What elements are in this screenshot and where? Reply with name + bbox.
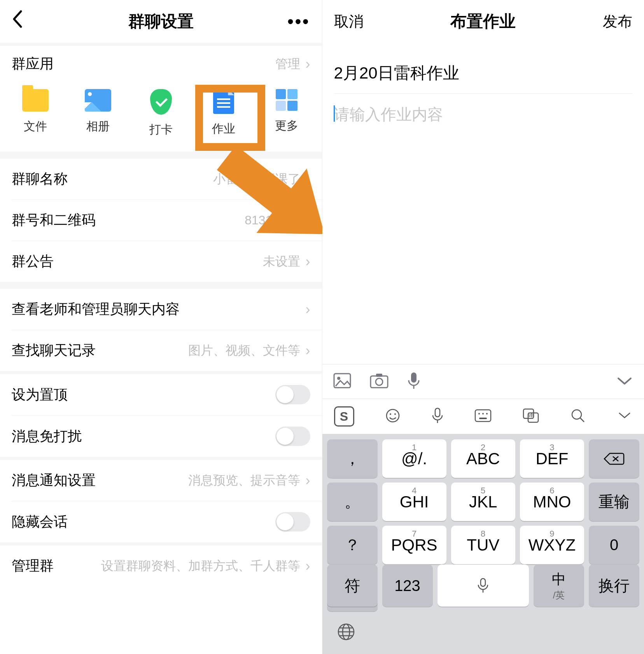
toggle-hide-conv[interactable] (275, 512, 310, 532)
globe-icon[interactable] (336, 622, 356, 643)
svg-point-9 (394, 413, 396, 415)
svg-point-7 (387, 409, 399, 422)
chevron-right-icon: › (306, 344, 310, 358)
settings-pane: 群聊设置 ••• 群应用 管理› 文件 相册 打卡 (0, 0, 322, 654)
row-teacher-chat[interactable]: 查看老师和管理员聊天内容 › (0, 289, 322, 330)
row-search-chat[interactable]: 查找聊天记录 图片、视频、文件等› (0, 330, 322, 371)
shield-check-icon (150, 89, 172, 115)
row-manage-group[interactable]: 管理群 设置群聊资料、加群方式、千人群等› (0, 546, 322, 586)
svg-rect-10 (435, 408, 440, 417)
app-files[interactable]: 文件 (12, 89, 59, 138)
camera-icon[interactable] (370, 373, 388, 390)
key-2[interactable]: 2ABC (451, 439, 515, 478)
keyboard-bottom-bar (322, 611, 644, 654)
cancel-button[interactable]: 取消 (334, 12, 364, 31)
chevron-right-icon: › (306, 57, 310, 71)
key-reenter[interactable]: 重输 (589, 483, 639, 521)
key-question[interactable]: ？ (327, 526, 378, 564)
row-announce[interactable]: 群公告 未设置› (0, 241, 322, 282)
chevron-right-icon: › (306, 559, 310, 573)
photo-icon (85, 89, 111, 112)
svg-text:译: 译 (528, 412, 534, 418)
folder-icon (22, 89, 49, 112)
right-header: 取消 布置作业 发布 (322, 0, 644, 43)
group-apps-label: 群应用 (12, 54, 54, 73)
row-pin-top: 设为置顶 (0, 374, 322, 415)
key-symbols[interactable]: 符 (327, 565, 378, 607)
compose-page-title: 布置作业 (450, 10, 516, 32)
keyboard: S 译 ， 1@/. 2ABC 3DEF 。 4GHI 5JKL 6MNO (322, 399, 644, 654)
svg-rect-12 (475, 410, 491, 421)
key-numbers[interactable]: 123 (382, 565, 433, 607)
row-hide-conv: 隐藏会话 (0, 501, 322, 542)
key-backspace[interactable] (589, 439, 639, 478)
dropdown-icon[interactable] (617, 411, 632, 422)
group-apps-row[interactable]: 群应用 管理› (0, 46, 322, 82)
app-checkin[interactable]: 打卡 (138, 89, 184, 138)
svg-rect-24 (481, 579, 485, 586)
svg-point-20 (572, 410, 581, 419)
annotation-highlight (195, 85, 265, 151)
row-dnd: 消息免打扰 (0, 416, 322, 457)
svg-point-15 (486, 413, 488, 414)
svg-point-1 (337, 377, 340, 380)
key-comma[interactable]: ， (327, 439, 378, 478)
svg-line-21 (580, 418, 584, 422)
key-language[interactable]: 中/英 (534, 565, 584, 607)
svg-point-13 (478, 413, 480, 414)
emoji-icon[interactable] (385, 408, 401, 425)
microphone-icon[interactable] (407, 372, 420, 391)
row-notify[interactable]: 消息通知设置 消息预览、提示音等› (0, 460, 322, 501)
keyboard-toolbar: S 译 (322, 399, 644, 434)
page-title: 群聊设置 (128, 10, 194, 32)
key-7[interactable]: 7PQRS (382, 526, 446, 564)
grid-icon (276, 89, 298, 111)
search-icon[interactable] (570, 408, 586, 425)
apps-grid: 文件 相册 打卡 作业 更多 (0, 82, 322, 152)
key-3[interactable]: 3DEF (520, 439, 584, 478)
text-cursor (334, 105, 335, 122)
key-zero[interactable]: 0 (589, 526, 639, 564)
attachment-bar (322, 364, 644, 399)
key-period[interactable]: 。 (327, 483, 378, 521)
svg-rect-5 (411, 372, 416, 383)
svg-point-14 (482, 413, 484, 414)
chevron-right-icon: › (306, 303, 310, 317)
key-enter[interactable]: 换行 (589, 565, 639, 607)
back-button[interactable] (12, 10, 35, 33)
compose-pane: 取消 布置作业 发布 2月20日雷科作业 请输入作业内容 (322, 0, 644, 654)
svg-point-4 (376, 378, 383, 385)
key-8[interactable]: 8TUV (451, 526, 515, 564)
svg-rect-3 (376, 374, 382, 377)
key-5[interactable]: 5JKL (451, 483, 515, 521)
manage-label: 管理 (275, 56, 300, 73)
key-space-voice[interactable] (438, 565, 529, 607)
homework-title-input[interactable]: 2月20日雷科作业 (334, 51, 633, 94)
chevron-right-icon: › (306, 474, 310, 488)
translate-icon[interactable]: 译 (523, 408, 539, 425)
sogou-logo-icon[interactable]: S (334, 406, 354, 427)
toggle-dnd[interactable] (275, 427, 310, 446)
svg-rect-16 (479, 418, 487, 419)
toggle-pin-top[interactable] (275, 385, 310, 404)
key-9[interactable]: 9WXYZ (520, 526, 584, 564)
more-button[interactable]: ••• (287, 12, 310, 31)
key-1[interactable]: 1@/. (382, 439, 446, 478)
image-icon[interactable] (333, 373, 351, 390)
app-album[interactable]: 相册 (75, 89, 121, 138)
voice-input-icon[interactable] (432, 407, 443, 425)
placeholder-text: 请输入作业内容 (334, 106, 443, 123)
homework-body-input[interactable]: 请输入作业内容 (334, 94, 633, 125)
collapse-keyboard-icon[interactable] (616, 375, 633, 388)
keyboard-settings-icon[interactable] (474, 409, 492, 424)
key-4[interactable]: 4GHI (382, 483, 446, 521)
left-header: 群聊设置 ••• (0, 0, 322, 43)
svg-point-8 (390, 413, 391, 415)
publish-button[interactable]: 发布 (603, 12, 632, 31)
app-more[interactable]: 更多 (263, 89, 310, 138)
key-6[interactable]: 6MNO (520, 483, 584, 521)
